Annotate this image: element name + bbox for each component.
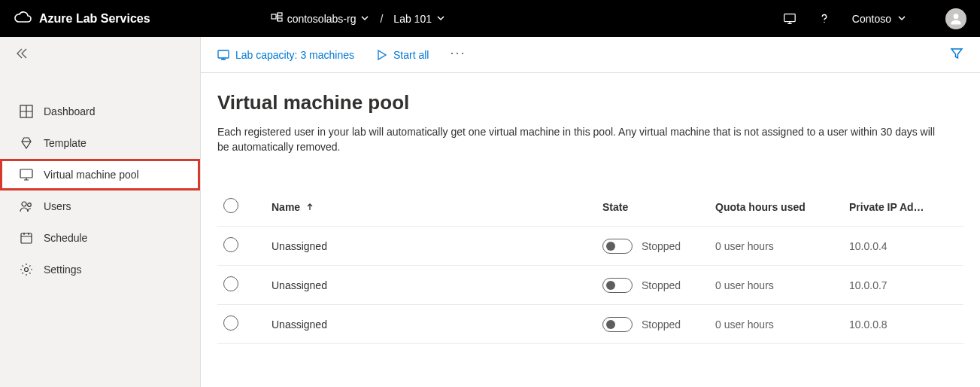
cell-quota: 0 user hours [709,227,843,266]
cell-name: Unassigned [265,227,596,266]
lab-capacity-label: Lab capacity: 3 machines [235,49,354,61]
breadcrumb-lab-label: Lab 101 [393,13,432,25]
svg-rect-12 [218,50,229,58]
svg-rect-1 [278,13,282,16]
column-header-quota[interactable]: Quota hours used [709,187,843,227]
state-label: Stopped [642,318,681,331]
sidebar-item-vm-pool[interactable]: Virtual machine pool [0,159,200,190]
user-directory-label: Contoso [852,13,891,25]
row-select-radio[interactable] [223,315,238,331]
breadcrumb-separator: / [377,13,386,25]
svg-rect-7 [20,169,32,178]
svg-point-8 [22,202,26,206]
cell-state: Stopped [596,227,709,266]
column-header-state[interactable]: State [596,187,709,227]
resource-group-icon [271,11,283,26]
top-breadcrumb: contosolabs-rg / Lab 101 [271,11,445,26]
start-all-button[interactable]: Start all [375,49,429,61]
cell-state: Stopped [596,305,709,344]
help-icon[interactable] [818,12,831,26]
svg-rect-2 [278,18,282,21]
cell-ip: 10.0.0.7 [843,266,963,305]
column-header-name[interactable]: Name [265,187,596,227]
lab-capacity-button[interactable]: Lab capacity: 3 machines [217,49,354,61]
azure-cloud-icon [14,8,32,29]
sidebar-item-label: Schedule [44,232,87,244]
sidebar-nav: Dashboard Template Virtual machine pool … [0,73,200,285]
svg-rect-0 [272,14,276,19]
state-label: Stopped [642,279,681,291]
sidebar-item-label: Settings [44,264,82,276]
cell-state: Stopped [596,266,709,305]
svg-point-5 [954,14,959,19]
chevron-down-icon [897,13,906,25]
page-header: Virtual machine pool Each registered use… [201,73,980,154]
sidebar-item-label: Users [44,200,71,212]
sidebar-item-template[interactable]: Template [0,127,200,159]
main-content: Lab capacity: 3 machines Start all ··· V… [201,37,980,387]
top-bar: Azure Lab Services contosolabs-rg / Lab … [0,0,980,37]
breadcrumb-resource-group[interactable]: contosolabs-rg [271,11,370,26]
power-toggle[interactable] [602,278,633,293]
cell-quota: 0 user hours [709,266,843,305]
table-row[interactable]: UnassignedStopped0 user hours10.0.0.8 [217,305,963,344]
chevron-down-icon [360,13,369,25]
row-select-radio[interactable] [223,237,238,252]
column-header-ip[interactable]: Private IP Ad… [843,187,963,227]
sidebar-item-dashboard[interactable]: Dashboard [0,96,200,127]
command-bar: Lab capacity: 3 machines Start all ··· [201,37,980,73]
state-label: Stopped [642,240,681,252]
vm-table: Name State Quota hours used Private IP A… [201,187,980,344]
svg-rect-10 [21,233,32,243]
svg-rect-3 [784,14,795,21]
svg-point-11 [25,268,29,272]
sidebar-item-users[interactable]: Users [0,190,200,222]
table-row[interactable]: UnassignedStopped0 user hours10.0.0.7 [217,266,963,305]
power-toggle[interactable] [602,317,633,332]
breadcrumb-lab[interactable]: Lab 101 [393,13,445,25]
power-toggle[interactable] [602,239,633,254]
svg-point-9 [28,203,32,207]
svg-point-4 [824,21,824,22]
breadcrumb-rg-label: contosolabs-rg [287,13,357,25]
sort-ascending-icon [303,201,314,213]
sidebar: Dashboard Template Virtual machine pool … [0,37,201,387]
sidebar-item-schedule[interactable]: Schedule [0,222,200,254]
page-title: Virtual machine pool [217,91,963,114]
product-name: Azure Lab Services [39,12,150,26]
sidebar-item-settings[interactable]: Settings [0,254,200,285]
collapse-sidebar-button[interactable] [14,46,29,64]
start-all-label: Start all [393,49,429,61]
table-row[interactable]: UnassignedStopped0 user hours10.0.0.4 [217,227,963,266]
cell-name: Unassigned [265,266,596,305]
more-actions-button[interactable]: ··· [450,45,466,64]
cell-name: Unassigned [265,305,596,344]
page-description: Each registered user in your lab will au… [217,125,939,154]
filter-button[interactable] [950,47,963,63]
avatar[interactable] [945,8,966,29]
sidebar-item-label: Dashboard [44,105,96,117]
cell-ip: 10.0.0.4 [843,227,963,266]
user-directory-dropdown[interactable]: Contoso [852,13,906,25]
top-bar-right: Contoso [783,8,966,29]
monitor-icon[interactable] [783,12,796,26]
row-select-radio[interactable] [223,276,238,291]
cell-quota: 0 user hours [709,305,843,344]
sidebar-item-label: Virtual machine pool [44,169,139,181]
product-logo[interactable]: Azure Lab Services [14,8,150,29]
select-all-radio[interactable] [223,198,238,213]
sidebar-item-label: Template [44,137,86,149]
chevron-down-icon [436,13,445,25]
cell-ip: 10.0.0.8 [843,305,963,344]
